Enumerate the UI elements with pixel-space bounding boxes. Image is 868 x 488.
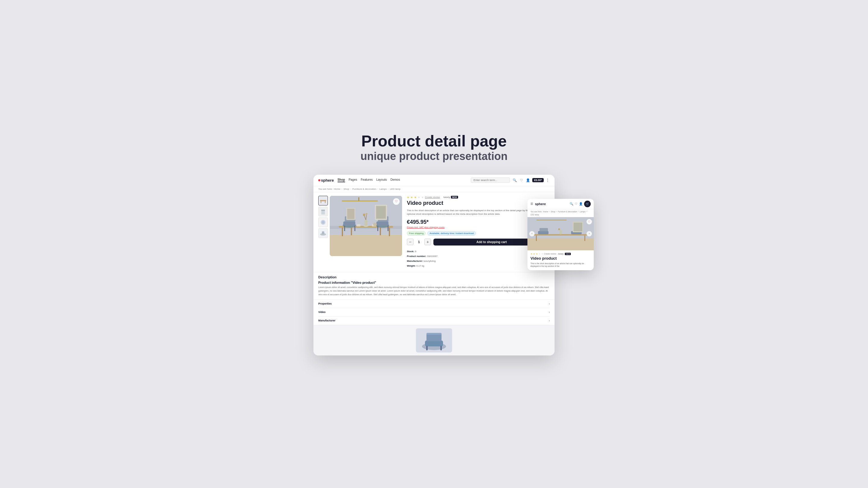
breadcrumb-led[interactable]: LED lamp: [390, 188, 401, 190]
thumbnail-2[interactable]: [318, 207, 328, 216]
star-4: ★: [418, 196, 420, 199]
svg-rect-21: [389, 228, 390, 236]
mobile-short-description: This is the short description of an arti…: [530, 262, 591, 268]
nav-shop[interactable]: Shop: [338, 178, 345, 182]
logo[interactable]: sphere: [318, 178, 334, 183]
mobile-wishlist-button[interactable]: ♡: [587, 219, 592, 224]
mobile-menu-icon[interactable]: ☰: [530, 202, 533, 205]
svg-rect-23: [380, 228, 381, 235]
wishlist-button[interactable]: ♡: [393, 198, 400, 205]
svg-point-42: [373, 223, 377, 226]
svg-rect-20: [342, 228, 343, 236]
nav-demos[interactable]: Demos: [391, 178, 400, 182]
svg-rect-54: [440, 346, 442, 350]
breadcrumb-home[interactable]: Home: [334, 188, 340, 190]
svg-rect-3: [325, 201, 326, 203]
svg-rect-1: [320, 200, 326, 201]
navbar: sphere Shop Pages Features Layouts Demos…: [313, 175, 555, 186]
accordion-arrow-3: ›: [549, 319, 550, 322]
svg-rect-56: [527, 238, 594, 250]
svg-rect-15: [330, 196, 402, 235]
account-icon[interactable]: 👤: [526, 178, 530, 183]
accordion-manufacturer[interactable]: Manufacturer ›: [318, 317, 550, 325]
wishlist-icon[interactable]: ♡: [519, 178, 524, 183]
mobile-product-name: Video product: [530, 256, 591, 261]
mobile-logo[interactable]: sphere: [535, 202, 568, 206]
breadcrumb-label: You are here:: [318, 188, 333, 190]
luxury-text: luxury: [443, 196, 450, 198]
star-2: ★: [410, 196, 413, 199]
svg-rect-69: [574, 223, 582, 231]
mobile-review-link[interactable]: Create review: [544, 253, 556, 255]
page-title-sub: unique product presentation: [361, 150, 507, 163]
star-3: ★: [414, 196, 416, 199]
svg-rect-40: [357, 224, 361, 227]
mobile-breadcrumb: You are here: Home › Shop › Furniture & …: [527, 209, 594, 217]
cart-button[interactable]: €0.00*: [532, 178, 544, 182]
bottom-product-area: [313, 325, 555, 355]
logo-dot: [318, 179, 320, 181]
nav-features[interactable]: Features: [361, 178, 373, 182]
breadcrumb-lamps[interactable]: Lamps: [379, 188, 387, 190]
svg-rect-47: [347, 209, 354, 219]
new-tag: NEW: [451, 196, 458, 198]
svg-rect-26: [344, 226, 345, 231]
mobile-product-image[interactable]: ♡ ‹ ›: [527, 217, 594, 250]
quantity-decrease[interactable]: −: [407, 238, 413, 245]
thumbnails: [318, 196, 328, 268]
product-layout: ♡ ★ ★ ★ ★ ★ Create review luxury NEW: [313, 192, 555, 272]
quantity-value: 1: [416, 240, 422, 244]
mobile-prev-arrow[interactable]: ‹: [529, 231, 535, 236]
review-link[interactable]: Create review: [425, 196, 440, 198]
svg-rect-2: [321, 201, 321, 203]
mobile-luxury-label: luxury: [558, 253, 563, 255]
breadcrumb-shop[interactable]: Shop: [344, 188, 349, 190]
more-button[interactable]: ⋮: [546, 178, 550, 183]
description-heading: Product information "Video product": [318, 281, 550, 284]
accordion-arrow-2: ›: [549, 311, 550, 314]
nav-pages[interactable]: Pages: [349, 178, 357, 182]
thumbnail-3[interactable]: [318, 218, 328, 227]
mobile-cart-button[interactable]: 🛒: [584, 201, 591, 207]
svg-point-9: [321, 221, 324, 224]
thumbnail-4[interactable]: [318, 228, 328, 238]
svg-rect-35: [364, 220, 367, 226]
thumbnail-1[interactable]: [318, 196, 328, 205]
svg-rect-53: [426, 346, 428, 350]
description-body: Lorem ipsum dolor sit amet, consetetur s…: [318, 286, 550, 296]
search-icon[interactable]: 🔍: [513, 178, 517, 183]
accordion-video[interactable]: Video ›: [318, 308, 550, 317]
breadcrumb: You are here: Home › Shop › Furniture & …: [313, 186, 555, 192]
main-browser: sphere Shop Pages Features Layouts Demos…: [313, 175, 555, 355]
page-title-section: Product detail page unique product prese…: [361, 133, 507, 162]
star-5: ★: [421, 196, 424, 199]
description-section: Description Product information "Video p…: [313, 272, 555, 299]
accordion-items: Properties › Video › Manufacturer ›: [313, 299, 555, 325]
svg-point-67: [558, 228, 560, 230]
svg-rect-30: [376, 221, 389, 226]
nav-layouts[interactable]: Layouts: [376, 178, 387, 182]
mobile-nav-icons: 🔍 ♡ 👤 🛒: [569, 201, 591, 207]
shipping-badge: Free shipping: [407, 231, 426, 235]
luxury-badge: luxury NEW: [443, 196, 458, 198]
svg-rect-22: [351, 228, 352, 235]
mobile-search-icon[interactable]: 🔍: [569, 202, 573, 205]
breadcrumb-furniture[interactable]: Furniture & decoration: [352, 188, 376, 190]
main-product-image[interactable]: ♡: [330, 196, 402, 256]
mobile-next-arrow[interactable]: ›: [587, 231, 592, 236]
mobile-account-icon[interactable]: 👤: [579, 202, 583, 205]
page-title-main: Product detail page: [361, 133, 507, 150]
quantity-increase[interactable]: +: [424, 238, 431, 245]
accordion-properties[interactable]: Properties ›: [318, 300, 550, 308]
svg-rect-52: [427, 333, 441, 335]
mobile-wishlist-icon[interactable]: ♡: [575, 202, 578, 205]
svg-rect-45: [376, 206, 385, 218]
nav-links: Shop Pages Features Layouts Demos: [338, 178, 400, 182]
mobile-new-tag: NEW: [565, 253, 571, 255]
svg-rect-27: [354, 226, 355, 231]
svg-rect-18: [358, 197, 359, 201]
svg-rect-12: [322, 231, 324, 234]
mobile-product-info: ★ ★ ★ ★ ★ Create review luxury NEW Video…: [527, 250, 594, 270]
search-input[interactable]: [471, 177, 510, 183]
accordion-arrow-1: ›: [549, 302, 550, 305]
